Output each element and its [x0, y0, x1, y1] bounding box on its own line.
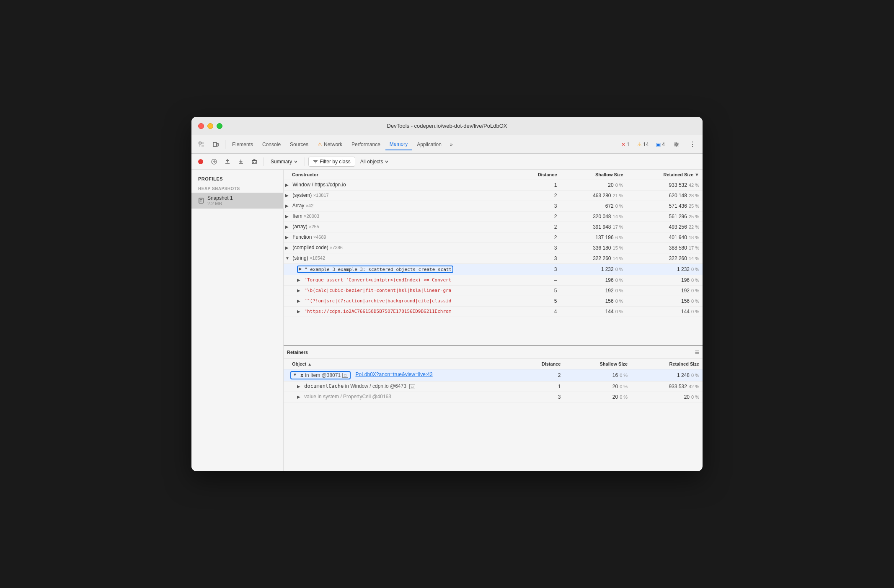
cell-distance: 2: [514, 222, 561, 232]
maximize-button[interactable]: [217, 123, 222, 129]
devtools-tab-bar: Elements Console Sources ⚠ Network Perfo…: [191, 135, 703, 154]
expand-arrow[interactable]: ▶: [285, 204, 291, 209]
retainers-header: Retainers ≡: [284, 346, 703, 359]
cell-shallow: 463 28021 %: [561, 191, 627, 201]
cell-object: ▼ x in Item @38071 □ PoLdb0X?anon=true&v…: [284, 369, 514, 381]
svg-rect-0: [199, 142, 201, 144]
table-row[interactable]: ▶ Function ×4689 2 137 1966 % 401 94018 …: [284, 232, 703, 243]
devtools-window: DevTools - codepen.io/web-dot-dev/live/P…: [191, 117, 703, 471]
cell-constructor: ▶ Item ×20003: [284, 211, 514, 222]
cell-shallow: 200 %: [564, 392, 631, 402]
garbage-collect-button[interactable]: [248, 156, 260, 168]
cell-constructor: ▶ " example 3 example 3: scattered objec…: [284, 264, 514, 275]
snapshot-item[interactable]: Snapshot 1 2.2 MB: [191, 193, 283, 209]
retainer-link[interactable]: PoLdb0X?anon=true&view=live:43: [355, 371, 432, 377]
settings-icon[interactable]: [670, 138, 683, 151]
download-button[interactable]: [235, 156, 247, 168]
tab-performance[interactable]: Performance: [347, 139, 385, 150]
cell-distance: 1: [514, 381, 564, 392]
record-button[interactable]: [195, 156, 207, 168]
col-ret-shallow: Shallow Size: [564, 359, 631, 369]
col-distance: Distance: [514, 170, 561, 180]
cell-shallow: 1920 %: [561, 286, 627, 296]
table-row[interactable]: ▶ "Torque assert 'Convert<uintptr>(endIn…: [284, 275, 703, 286]
cell-distance: 2: [514, 369, 564, 381]
more-options-icon[interactable]: ⋮: [686, 138, 699, 151]
expand-arrow[interactable]: ▼: [285, 256, 291, 262]
table-row[interactable]: ▶ "https://cdpn.io2AC766158D5B7507E17015…: [284, 307, 703, 317]
cell-shallow: 200 %: [561, 180, 627, 191]
table-row[interactable]: ▶ (array) ×255 2 391 94817 % 493 25622 %: [284, 222, 703, 232]
expand-arrow[interactable]: ▶: [285, 214, 291, 220]
inspect-icon[interactable]: [195, 138, 208, 151]
cell-constructor: ▶ (system) ×13817: [284, 191, 514, 201]
retainer-row[interactable]: ▶ value in system / PropertyCell @40163 …: [284, 392, 703, 402]
info-count[interactable]: ▣ 4: [654, 140, 667, 149]
cell-distance: 3: [514, 243, 561, 253]
retainers-header-row: Object ▲ Distance Shallow Size Retained …: [284, 359, 703, 369]
upload-button[interactable]: [222, 156, 233, 168]
sidebar-title: Profiles: [191, 175, 283, 185]
device-icon[interactable]: [209, 138, 222, 151]
expand-arrow[interactable]: ▶: [285, 183, 291, 188]
cell-constructor: ▼ (string) ×16542: [284, 253, 514, 264]
close-button[interactable]: [198, 123, 204, 129]
cell-retained: 1 2320 %: [627, 264, 703, 275]
expand-arrow[interactable]: ▶: [297, 384, 303, 390]
tab-elements[interactable]: Elements: [228, 139, 257, 150]
retainer-row[interactable]: ▼ x in Item @38071 □ PoLdb0X?anon=true&v…: [284, 369, 703, 381]
all-objects-dropdown[interactable]: All objects: [357, 157, 393, 166]
table-row[interactable]: ▼ (string) ×16542 3 322 26014 % 322 2601…: [284, 253, 703, 264]
cell-constructor: ▶ (compiled code) ×7386: [284, 243, 514, 253]
table-row[interactable]: ▶ Array ×42 3 6720 % 571 43625 %: [284, 201, 703, 211]
retainers-table: Object ▲ Distance Shallow Size Retained …: [284, 359, 703, 402]
table-row[interactable]: ▶ "\b(calc|cubic-bezier|fit-content|hsl|…: [284, 286, 703, 296]
col-shallow: Shallow Size: [561, 170, 627, 180]
tab-memory[interactable]: Memory: [385, 139, 412, 150]
tab-divider: [225, 140, 225, 149]
table-row[interactable]: ▶ "^(?!on|src|(?:action|archive|backgrou…: [284, 296, 703, 307]
retainer-row[interactable]: ▶ documentCache in Window / cdpn.io @647…: [284, 381, 703, 392]
expand-arrow[interactable]: ▶: [285, 245, 291, 251]
filter-by-class-button[interactable]: Filter by class: [308, 157, 355, 167]
expand-arrow[interactable]: ▶: [297, 395, 303, 400]
expand-arrow[interactable]: ▶: [285, 193, 291, 199]
col-object: Object ▲: [284, 359, 514, 369]
minimize-button[interactable]: [207, 123, 213, 129]
summary-dropdown[interactable]: Summary: [267, 157, 301, 166]
cell-retained: 322 26014 %: [627, 253, 703, 264]
table-row[interactable]: ▶ (compiled code) ×7386 3 336 18015 % 38…: [284, 243, 703, 253]
svg-point-6: [198, 159, 203, 164]
cell-shallow: 320 04814 %: [561, 211, 627, 222]
error-count[interactable]: ✕ 1: [619, 140, 632, 149]
toolbar-divider: [264, 157, 264, 166]
table-row[interactable]: ▶ Window / https://cdpn.io 1 200 % 933 5…: [284, 180, 703, 191]
tab-console[interactable]: Console: [258, 139, 285, 150]
expand-arrow[interactable]: ▶: [297, 278, 303, 284]
stop-button[interactable]: [208, 156, 220, 168]
table-row[interactable]: ▶ (system) ×13817 2 463 28021 % 620 1482…: [284, 191, 703, 201]
cell-shallow: 336 18015 %: [561, 243, 627, 253]
cell-distance: 3: [514, 392, 564, 402]
warning-count[interactable]: ⚠ 14: [635, 140, 651, 149]
expand-arrow[interactable]: ▶: [285, 235, 291, 241]
expand-arrow[interactable]: ▶: [297, 288, 303, 294]
cell-retained: 1440 %: [627, 307, 703, 317]
table-row[interactable]: ▶ " example 3 example 3: scattered objec…: [284, 264, 703, 275]
expand-arrow[interactable]: ▶: [297, 299, 303, 304]
cell-retained: 1960 %: [627, 275, 703, 286]
more-tabs-button[interactable]: »: [447, 139, 456, 150]
tab-sources[interactable]: Sources: [286, 139, 313, 150]
expand-arrow[interactable]: ▶: [285, 224, 291, 230]
table-row[interactable]: ▶ Item ×20003 2 320 04814 % 561 29625 %: [284, 211, 703, 222]
snapshot-name: Snapshot 1: [207, 195, 233, 201]
expand-arrow[interactable]: ▶: [299, 266, 305, 272]
heap-table-container[interactable]: Constructor Distance Shallow Size Retain…: [284, 170, 703, 345]
expand-arrow[interactable]: ▶: [297, 309, 303, 315]
cell-distance: 5: [514, 296, 561, 307]
tab-network[interactable]: ⚠ Network: [313, 139, 346, 150]
memory-toolbar: Summary Filter by class All objects: [191, 154, 703, 170]
main-panel: Constructor Distance Shallow Size Retain…: [284, 170, 703, 471]
expand-arrow[interactable]: ▼: [293, 372, 299, 378]
tab-application[interactable]: Application: [413, 139, 446, 150]
